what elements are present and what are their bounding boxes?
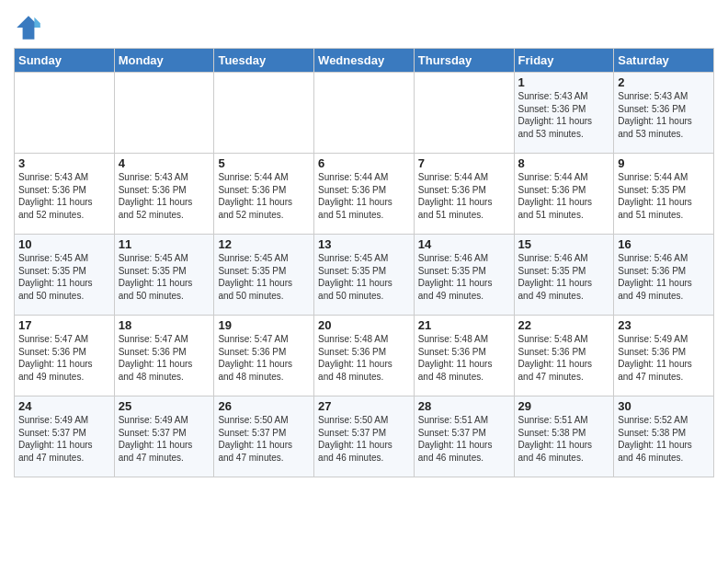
day-number: 15 xyxy=(518,237,610,251)
calendar-cell: 27Sunrise: 5:50 AMSunset: 5:37 PMDayligh… xyxy=(314,396,415,477)
svg-marker-1 xyxy=(34,17,40,28)
calendar-cell: 11Sunrise: 5:45 AMSunset: 5:35 PMDayligh… xyxy=(114,235,214,316)
day-number: 3 xyxy=(18,156,110,170)
day-number: 6 xyxy=(318,156,410,170)
calendar-cell: 28Sunrise: 5:51 AMSunset: 5:37 PMDayligh… xyxy=(414,396,514,477)
weekday-header: Friday xyxy=(514,49,614,73)
calendar-cell: 3Sunrise: 5:43 AMSunset: 5:36 PMDaylight… xyxy=(15,154,115,235)
day-number: 27 xyxy=(318,399,410,413)
day-info: Sunrise: 5:52 AMSunset: 5:38 PMDaylight:… xyxy=(618,414,710,464)
calendar-cell: 16Sunrise: 5:46 AMSunset: 5:36 PMDayligh… xyxy=(614,235,714,316)
day-info: Sunrise: 5:43 AMSunset: 5:36 PMDaylight:… xyxy=(518,90,610,140)
calendar-cell: 24Sunrise: 5:49 AMSunset: 5:37 PMDayligh… xyxy=(15,396,115,477)
calendar-cell: 25Sunrise: 5:49 AMSunset: 5:37 PMDayligh… xyxy=(114,396,214,477)
day-number: 14 xyxy=(418,237,510,251)
calendar-cell: 30Sunrise: 5:52 AMSunset: 5:38 PMDayligh… xyxy=(614,396,714,477)
weekday-header: Saturday xyxy=(614,49,714,73)
day-info: Sunrise: 5:49 AMSunset: 5:37 PMDaylight:… xyxy=(119,414,210,464)
day-info: Sunrise: 5:45 AMSunset: 5:35 PMDaylight:… xyxy=(18,252,110,302)
day-info: Sunrise: 5:46 AMSunset: 5:36 PMDaylight:… xyxy=(618,252,710,302)
day-info: Sunrise: 5:45 AMSunset: 5:35 PMDaylight:… xyxy=(218,252,310,302)
day-number: 7 xyxy=(418,156,510,170)
day-number: 10 xyxy=(18,237,110,251)
day-number: 23 xyxy=(618,318,710,332)
calendar-cell: 19Sunrise: 5:47 AMSunset: 5:36 PMDayligh… xyxy=(214,316,314,396)
weekday-header: Wednesday xyxy=(314,49,415,73)
day-info: Sunrise: 5:44 AMSunset: 5:36 PMDaylight:… xyxy=(518,171,610,221)
day-info: Sunrise: 5:47 AMSunset: 5:36 PMDaylight:… xyxy=(18,333,110,383)
day-info: Sunrise: 5:44 AMSunset: 5:36 PMDaylight:… xyxy=(418,171,510,221)
day-number: 17 xyxy=(18,318,110,332)
day-number: 29 xyxy=(518,399,610,413)
day-info: Sunrise: 5:49 AMSunset: 5:36 PMDaylight:… xyxy=(618,333,710,383)
day-number: 8 xyxy=(518,156,610,170)
weekday-header: Tuesday xyxy=(214,49,314,73)
day-info: Sunrise: 5:44 AMSunset: 5:36 PMDaylight:… xyxy=(218,171,310,221)
logo-icon xyxy=(14,13,43,42)
day-number: 30 xyxy=(618,399,710,413)
calendar-cell: 9Sunrise: 5:44 AMSunset: 5:35 PMDaylight… xyxy=(614,154,714,235)
calendar-cell: 10Sunrise: 5:45 AMSunset: 5:35 PMDayligh… xyxy=(15,235,115,316)
day-number: 26 xyxy=(218,399,310,413)
calendar-cell: 1Sunrise: 5:43 AMSunset: 5:36 PMDaylight… xyxy=(514,73,614,154)
day-info: Sunrise: 5:51 AMSunset: 5:37 PMDaylight:… xyxy=(418,414,510,464)
calendar-cell xyxy=(114,73,214,154)
day-info: Sunrise: 5:44 AMSunset: 5:35 PMDaylight:… xyxy=(618,171,710,221)
day-info: Sunrise: 5:43 AMSunset: 5:36 PMDaylight:… xyxy=(18,171,110,221)
calendar-cell: 17Sunrise: 5:47 AMSunset: 5:36 PMDayligh… xyxy=(15,316,115,396)
weekday-header: Sunday xyxy=(15,49,115,73)
day-info: Sunrise: 5:43 AMSunset: 5:36 PMDaylight:… xyxy=(618,90,710,140)
calendar-cell: 13Sunrise: 5:45 AMSunset: 5:35 PMDayligh… xyxy=(314,235,415,316)
calendar-cell xyxy=(15,73,115,154)
day-info: Sunrise: 5:46 AMSunset: 5:35 PMDaylight:… xyxy=(518,252,610,302)
calendar-cell: 12Sunrise: 5:45 AMSunset: 5:35 PMDayligh… xyxy=(214,235,314,316)
calendar-week-row: 10Sunrise: 5:45 AMSunset: 5:35 PMDayligh… xyxy=(15,235,714,316)
day-number: 2 xyxy=(618,75,710,89)
calendar-cell: 2Sunrise: 5:43 AMSunset: 5:36 PMDaylight… xyxy=(614,73,714,154)
calendar-header-row: SundayMondayTuesdayWednesdayThursdayFrid… xyxy=(15,49,714,73)
calendar-cell xyxy=(214,73,314,154)
calendar-cell: 23Sunrise: 5:49 AMSunset: 5:36 PMDayligh… xyxy=(614,316,714,396)
calendar-cell: 18Sunrise: 5:47 AMSunset: 5:36 PMDayligh… xyxy=(114,316,214,396)
calendar-cell: 5Sunrise: 5:44 AMSunset: 5:36 PMDaylight… xyxy=(214,154,314,235)
calendar-cell: 20Sunrise: 5:48 AMSunset: 5:36 PMDayligh… xyxy=(314,316,415,396)
day-number: 12 xyxy=(218,237,310,251)
calendar-cell: 26Sunrise: 5:50 AMSunset: 5:37 PMDayligh… xyxy=(214,396,314,477)
calendar: SundayMondayTuesdayWednesdayThursdayFrid… xyxy=(14,48,714,477)
day-info: Sunrise: 5:51 AMSunset: 5:38 PMDaylight:… xyxy=(518,414,610,464)
calendar-cell: 8Sunrise: 5:44 AMSunset: 5:36 PMDaylight… xyxy=(514,154,614,235)
day-info: Sunrise: 5:46 AMSunset: 5:35 PMDaylight:… xyxy=(418,252,510,302)
day-info: Sunrise: 5:48 AMSunset: 5:36 PMDaylight:… xyxy=(318,333,410,383)
logo xyxy=(14,9,47,42)
calendar-week-row: 17Sunrise: 5:47 AMSunset: 5:36 PMDayligh… xyxy=(15,316,714,396)
calendar-cell: 29Sunrise: 5:51 AMSunset: 5:38 PMDayligh… xyxy=(514,396,614,477)
day-info: Sunrise: 5:50 AMSunset: 5:37 PMDaylight:… xyxy=(318,414,410,464)
day-info: Sunrise: 5:45 AMSunset: 5:35 PMDaylight:… xyxy=(318,252,410,302)
day-number: 11 xyxy=(119,237,210,251)
calendar-cell: 21Sunrise: 5:48 AMSunset: 5:36 PMDayligh… xyxy=(414,316,514,396)
day-number: 21 xyxy=(418,318,510,332)
calendar-cell: 14Sunrise: 5:46 AMSunset: 5:35 PMDayligh… xyxy=(414,235,514,316)
day-number: 19 xyxy=(218,318,310,332)
day-number: 13 xyxy=(318,237,410,251)
calendar-week-row: 3Sunrise: 5:43 AMSunset: 5:36 PMDaylight… xyxy=(15,154,714,235)
day-number: 20 xyxy=(318,318,410,332)
calendar-cell: 22Sunrise: 5:48 AMSunset: 5:36 PMDayligh… xyxy=(514,316,614,396)
day-number: 16 xyxy=(618,237,710,251)
day-number: 18 xyxy=(119,318,210,332)
day-number: 4 xyxy=(119,156,210,170)
day-info: Sunrise: 5:48 AMSunset: 5:36 PMDaylight:… xyxy=(518,333,610,383)
calendar-cell: 7Sunrise: 5:44 AMSunset: 5:36 PMDaylight… xyxy=(414,154,514,235)
day-info: Sunrise: 5:48 AMSunset: 5:36 PMDaylight:… xyxy=(418,333,510,383)
weekday-header: Thursday xyxy=(414,49,514,73)
calendar-cell: 15Sunrise: 5:46 AMSunset: 5:35 PMDayligh… xyxy=(514,235,614,316)
day-info: Sunrise: 5:44 AMSunset: 5:36 PMDaylight:… xyxy=(318,171,410,221)
day-number: 24 xyxy=(18,399,110,413)
day-number: 28 xyxy=(418,399,510,413)
calendar-week-row: 24Sunrise: 5:49 AMSunset: 5:37 PMDayligh… xyxy=(15,396,714,477)
page: SundayMondayTuesdayWednesdayThursdayFrid… xyxy=(0,0,728,563)
day-number: 25 xyxy=(119,399,210,413)
day-info: Sunrise: 5:49 AMSunset: 5:37 PMDaylight:… xyxy=(18,414,110,464)
calendar-cell xyxy=(414,73,514,154)
calendar-cell: 6Sunrise: 5:44 AMSunset: 5:36 PMDaylight… xyxy=(314,154,415,235)
